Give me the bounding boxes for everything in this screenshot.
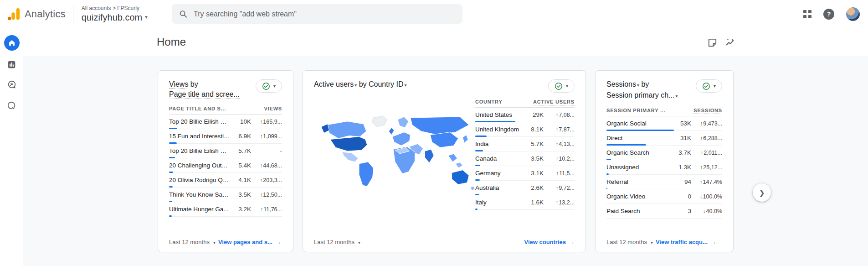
property-name: quizifyhub.com — [82, 12, 142, 23]
row-label: 15 Fun and Interestin... — [169, 133, 233, 140]
help-icon[interactable]: ? — [823, 9, 834, 20]
dimension-name[interactable]: Country ID — [369, 80, 403, 88]
row-change: 4,13... — [544, 141, 575, 147]
metric-name[interactable]: Sessions — [606, 80, 636, 88]
row-value: 5.4K — [233, 162, 251, 169]
row-bar — [169, 215, 172, 217]
data-quality-pill[interactable]: ▾ — [256, 79, 282, 93]
row-value: 3 — [673, 208, 691, 214]
property-selector[interactable]: quizifyhub.com ▾ — [82, 12, 148, 23]
change-text: 1,099... — [263, 133, 282, 140]
column-dimension[interactable]: SESSION PRIMARY ... — [606, 108, 666, 113]
table-row: Think You Know Sabr... 3.5K 12,50... — [169, 188, 282, 202]
change-text: 100.0% — [703, 193, 722, 200]
row-change: 9,473... — [691, 120, 722, 127]
dimension-name[interactable]: Session primary ch... — [606, 91, 674, 99]
chevron-down-icon: ▾ — [714, 83, 716, 89]
search-input[interactable] — [194, 10, 455, 18]
row-change: 40.0% — [691, 208, 722, 214]
view-countries-link[interactable]: View countries → — [524, 239, 575, 245]
row-change: 147.4% — [691, 179, 722, 185]
insights-icon[interactable] — [725, 37, 735, 48]
map-region-east-asia — [430, 132, 458, 148]
row-label: United Kingdom — [475, 126, 525, 133]
card-title[interactable]: Views by Page title and scree... — [169, 79, 240, 99]
row-label: Canada — [475, 155, 525, 162]
search-bar[interactable] — [172, 4, 462, 24]
check-circle-icon — [702, 82, 710, 90]
avatar[interactable] — [846, 7, 860, 21]
sidebar-item-explore[interactable] — [0, 80, 23, 90]
table-header: COUNTRY ACTIVE USERS — [475, 94, 575, 108]
card-footer: Last 12 months ▾ View countries → — [314, 234, 575, 245]
column-metric[interactable]: SESSIONS — [693, 108, 722, 114]
card-title[interactable]: Sessions▾ by Session primary ch...▾ — [606, 79, 678, 101]
row-label: Direct — [606, 135, 673, 141]
period-caret-icon[interactable]: ▾ — [651, 240, 653, 245]
sidebar-item-reports[interactable] — [0, 60, 23, 69]
period-caret-icon[interactable]: ▾ — [358, 240, 360, 245]
world-map[interactable] — [320, 108, 475, 234]
row-label: Organic Social — [606, 120, 673, 127]
metric-name[interactable]: Active users — [314, 80, 354, 88]
advertising-icon — [7, 101, 17, 111]
map-region-australia — [452, 170, 469, 185]
map-region-europe — [392, 132, 411, 146]
top-app-bar: Analytics All accounts > FPScurly quizif… — [0, 0, 868, 28]
table-row: Organic Search 3.7K 2,011... — [606, 146, 722, 160]
card-footer: Last 12 months ▾ View traffic acqu... → — [606, 234, 722, 245]
sidebar-item-advertising[interactable] — [0, 101, 23, 111]
change-text: 13,2... — [559, 199, 575, 206]
row-value: 53K — [673, 120, 691, 127]
account-switcher[interactable]: All accounts > FPScurly quizifyhub.com ▾ — [82, 5, 148, 23]
analytics-logo[interactable]: Analytics — [7, 7, 66, 21]
chevron-down-icon: ▾ — [566, 83, 569, 89]
card-title[interactable]: Active users▾ by Country ID▾ — [314, 79, 406, 90]
trend-arrow-icon — [700, 193, 703, 200]
table-row: Germany 3.1K 11,5... — [475, 166, 575, 181]
view-pages-link[interactable]: View pages and s... → — [218, 239, 281, 245]
sidebar-item-home[interactable] — [0, 35, 23, 51]
metric-name[interactable]: Views — [169, 80, 188, 89]
note-icon[interactable] — [707, 37, 718, 48]
table-row: Ultimate Hunger Ga... 3.2K 11,76... — [169, 202, 282, 217]
row-label: 20 Challenging Outer... — [169, 162, 233, 169]
table-row: Organic Video 0 100.0% — [606, 189, 722, 204]
row-label: Referral — [606, 178, 673, 185]
row-value: 1.3K — [673, 164, 691, 171]
data-quality-pill[interactable]: ▾ — [696, 79, 722, 93]
arrow-right-icon: → — [710, 239, 716, 245]
apps-grid-icon[interactable] — [803, 10, 812, 18]
check-circle-icon — [555, 82, 563, 90]
column-dimension[interactable]: PAGE TITLE AND S... — [169, 106, 226, 111]
arrow-right-icon: → — [275, 239, 281, 245]
trend-arrow-icon — [700, 179, 703, 185]
change-text: 10,2... — [559, 156, 575, 162]
change-text: 44,68... — [263, 162, 282, 169]
row-value: 4.1K — [233, 177, 251, 183]
check-circle-icon — [262, 82, 270, 90]
period-caret-icon[interactable]: ▾ — [213, 240, 216, 245]
dimension-name[interactable]: Page title and scree... — [169, 90, 240, 99]
change-text: 7,08... — [559, 112, 575, 118]
column-metric[interactable]: ACTIVE USERS — [533, 99, 575, 105]
table-row: 15 Fun and Interestin... 6.9K 1,099... — [169, 129, 282, 144]
row-label: Ultimate Hunger Ga... — [169, 206, 233, 213]
carousel-next-button[interactable]: ❯ — [753, 183, 771, 202]
table-row: Referral 94 147.4% — [606, 175, 722, 189]
change-text: 11,5... — [559, 170, 575, 177]
row-value: 5.7K — [233, 147, 251, 154]
change-text: 9,72... — [559, 185, 575, 191]
main-content: Home Views by Page title and scree... — [23, 28, 868, 266]
period-label: Last 12 months — [169, 239, 210, 245]
column-metric[interactable]: VIEWS — [264, 106, 282, 112]
data-quality-pill[interactable]: ▾ — [548, 79, 575, 93]
column-dimension[interactable]: COUNTRY — [475, 99, 503, 104]
view-traffic-link[interactable]: View traffic acqu... → — [656, 239, 716, 245]
map-region-scandinavia — [398, 117, 409, 128]
change-text: 25,12... — [703, 164, 722, 171]
period-label: Last 12 months — [314, 239, 354, 245]
map-region-se-asia — [448, 154, 457, 162]
table-row: Direct 31K 6,288... — [606, 131, 722, 146]
table-row: Top 20 Billie Eilish Q... 5.7K - — [169, 144, 282, 158]
